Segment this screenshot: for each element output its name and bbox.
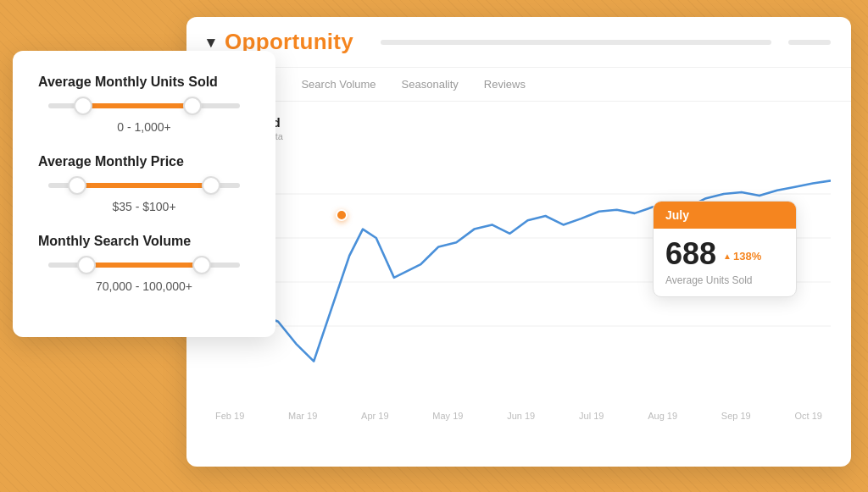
tooltip-change: ▲ 138% — [723, 250, 761, 263]
slider-search-track[interactable] — [48, 263, 240, 268]
tab-search-volume[interactable]: Search Volume — [301, 78, 376, 101]
x-label-jul: Jul 19 — [579, 411, 604, 421]
tooltip-month: July — [654, 202, 796, 229]
chart-area: e Units Sold 48 Months of Data July — [186, 102, 851, 434]
opportunity-card: ▾ Opportunity Average Price Search Volum… — [186, 17, 851, 467]
tooltip-value: 688 — [665, 239, 716, 269]
slider-fill-search — [86, 263, 202, 268]
tooltip-label: Average Units Sold — [665, 274, 784, 286]
filter-group-search: Monthly Search Volume 70,000 - 100,000+ — [38, 234, 250, 293]
up-arrow-icon: ▲ — [723, 252, 732, 261]
filter-group-price: Average Monthly Price $35 - $100+ — [38, 154, 250, 213]
chart-title: e Units Sold — [207, 115, 831, 130]
x-label-feb: Feb 19 — [215, 411, 244, 421]
header-line-short-decoration — [788, 40, 831, 45]
chart-data-point — [336, 209, 348, 221]
filter-search-label: Monthly Search Volume — [38, 234, 250, 249]
slider-fill-price — [77, 183, 211, 188]
tooltip-change-value: 138% — [733, 250, 761, 263]
slider-fill-units — [83, 103, 192, 108]
x-label-aug: Aug 19 — [648, 411, 677, 421]
tab-reviews[interactable]: Reviews — [484, 78, 526, 101]
slider-price-track[interactable] — [48, 183, 240, 188]
slider-units-range: 0 - 1,000+ — [38, 120, 250, 134]
x-label-jun: Jun 19 — [507, 411, 535, 421]
x-label-sep: Sep 19 — [721, 411, 751, 421]
slider-search-range: 70,000 - 100,000+ — [38, 279, 250, 293]
filter-group-units: Average Monthly Units Sold 0 - 1,000+ — [38, 75, 250, 134]
x-label-may: May 19 — [432, 411, 463, 421]
tab-seasonality[interactable]: Seasonality — [402, 78, 459, 101]
chart-tooltip: July 688 ▲ 138% Average Units Sold — [653, 201, 797, 297]
tooltip-value-row: 688 ▲ 138% — [665, 239, 784, 269]
tooltip-body: 688 ▲ 138% Average Units Sold — [654, 229, 796, 296]
filters-card: Average Monthly Units Sold 0 - 1,000+ Av… — [13, 51, 275, 337]
slider-thumb-price-right[interactable] — [202, 176, 220, 195]
slider-units-track[interactable] — [48, 103, 240, 108]
x-label-oct: Oct 19 — [795, 411, 822, 421]
slider-thumb-search-right[interactable] — [192, 256, 211, 274]
slider-price-range: $35 - $100+ — [38, 200, 250, 213]
filter-price-label: Average Monthly Price — [38, 154, 250, 169]
x-label-mar: Mar 19 — [288, 411, 317, 421]
chevron-down-icon[interactable]: ▾ — [207, 33, 214, 52]
chart-tabs: Average Price Search Volume Seasonality … — [186, 68, 851, 102]
chart-container: July 688 ▲ 138% Average Units Sold — [207, 150, 831, 404]
filter-units-label: Average Monthly Units Sold — [38, 75, 250, 90]
x-axis: Feb 19 Mar 19 Apr 19 May 19 Jun 19 Jul 1… — [207, 404, 831, 421]
chart-subtitle: 48 Months of Data — [207, 131, 831, 141]
slider-thumb-units-left[interactable] — [74, 97, 92, 115]
slider-thumb-price-left[interactable] — [68, 176, 86, 195]
slider-thumb-search-left[interactable] — [77, 256, 96, 274]
header-line-decoration — [381, 40, 771, 45]
opportunity-header: ▾ Opportunity — [186, 17, 851, 68]
x-label-apr: Apr 19 — [361, 411, 388, 421]
slider-thumb-units-right[interactable] — [183, 97, 202, 115]
